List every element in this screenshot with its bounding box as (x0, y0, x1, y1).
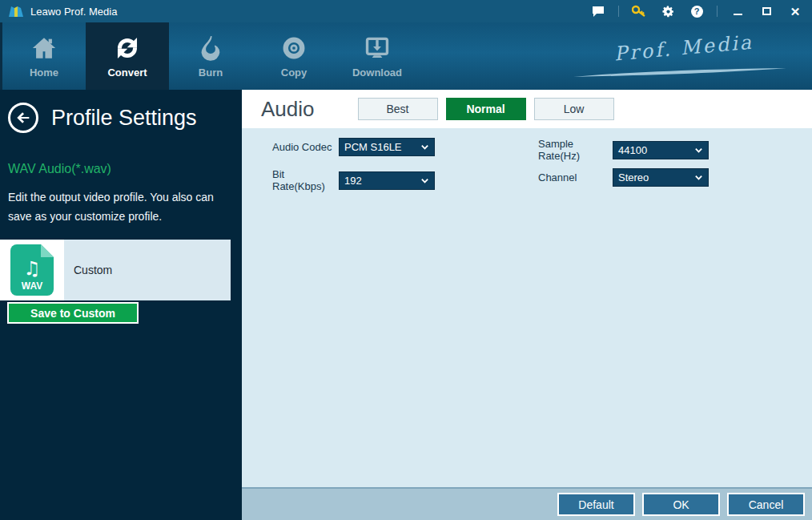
profile-settings-sidebar: Profile Settings WAV Audio(*.wav) Edit t… (0, 90, 242, 520)
audio-codec-dropdown[interactable]: PCM S16LE (339, 138, 435, 156)
titlebar: Leawo Prof. Media ? ✕ (0, 0, 812, 22)
brand-signature: Prof. Media (587, 29, 781, 68)
channel-dropdown[interactable]: Stereo (613, 168, 709, 187)
svg-text:♫: ♫ (23, 257, 41, 280)
home-icon (30, 34, 58, 62)
wav-file-icon: ♫ WAV (10, 244, 54, 296)
settings-gear-icon[interactable] (659, 4, 677, 18)
nav-tab-copy[interactable]: Copy (252, 22, 336, 90)
maximize-button[interactable] (758, 4, 775, 18)
nav-label: Download (352, 67, 402, 79)
burn-icon (197, 34, 224, 62)
sample-rate-label: Sample Rate(Hz) (538, 138, 613, 162)
section-title: Audio (261, 97, 315, 122)
quality-normal-button[interactable]: Normal (446, 98, 526, 120)
svg-text:WAV: WAV (22, 280, 42, 292)
back-arrow-icon (14, 109, 32, 127)
cancel-button[interactable]: Cancel (727, 493, 805, 516)
audio-section-header: Audio Best Normal Low (242, 90, 812, 128)
chevron-down-icon (694, 146, 703, 155)
ok-button[interactable]: OK (642, 493, 720, 516)
nav-tab-convert[interactable]: Convert (86, 22, 169, 90)
nav-label: Burn (199, 67, 223, 79)
close-button[interactable]: ✕ (786, 4, 804, 18)
download-icon (364, 34, 391, 62)
sidebar-title: Profile Settings (51, 106, 197, 131)
audio-codec-label: Audio Codec (272, 141, 339, 153)
help-icon[interactable]: ? (688, 4, 705, 18)
audio-settings-panel: Audio Codec PCM S16LE Sample Rate(Hz) 44… (242, 128, 812, 487)
convert-icon (114, 34, 141, 62)
nav-tab-home[interactable]: Home (2, 22, 86, 90)
nav-label: Home (30, 67, 58, 79)
quality-low-button[interactable]: Low (534, 98, 614, 120)
titlebar-separator (618, 6, 619, 17)
chevron-down-icon (420, 176, 429, 185)
sample-rate-dropdown[interactable]: 44100 (613, 141, 709, 159)
back-button[interactable] (8, 103, 38, 133)
profile-description: Edit the output video profile. You also … (8, 187, 226, 226)
main-panel: Audio Best Normal Low Audio Codec PCM S1… (242, 90, 812, 520)
nav-label: Convert (107, 67, 147, 79)
custom-profile-item[interactable]: ♫ WAV Custom (0, 240, 231, 300)
copy-disc-icon (280, 34, 308, 62)
default-button[interactable]: Default (557, 493, 635, 516)
audio-codec-value: PCM S16LE (344, 141, 420, 153)
channel-value: Stereo (618, 171, 694, 183)
chevron-down-icon (420, 143, 429, 151)
app-logo-icon (8, 4, 24, 18)
bit-rate-value: 192 (344, 175, 420, 187)
custom-profile-label: Custom (64, 240, 231, 300)
quality-preset-group: Best Normal Low (358, 98, 614, 120)
save-to-custom-button[interactable]: Save to Custom (7, 302, 139, 324)
window-title: Leawo Prof. Media (30, 6, 117, 18)
footer-bar: Default OK Cancel (242, 487, 812, 520)
nav-tab-download[interactable]: Download (336, 22, 419, 90)
main-nav: Home Convert Burn Copy Download Prof. (0, 22, 812, 90)
brand-swoosh (572, 67, 788, 79)
feedback-icon[interactable] (589, 4, 607, 18)
bit-rate-dropdown[interactable]: 192 (339, 171, 435, 190)
nav-label: Copy (281, 67, 308, 79)
register-key-icon[interactable] (630, 4, 648, 18)
bit-rate-label: Bit Rate(Kbps) (272, 168, 339, 192)
chevron-down-icon (694, 173, 703, 182)
quality-best-button[interactable]: Best (358, 98, 438, 120)
minimize-button[interactable] (729, 4, 746, 18)
sample-rate-value: 44100 (618, 144, 694, 156)
titlebar-separator (717, 6, 718, 17)
nav-tab-burn[interactable]: Burn (169, 22, 252, 90)
profile-name: WAV Audio(*.wav) (8, 162, 242, 176)
channel-label: Channel (538, 171, 613, 183)
custom-profile-icon-cell: ♫ WAV (0, 240, 64, 300)
